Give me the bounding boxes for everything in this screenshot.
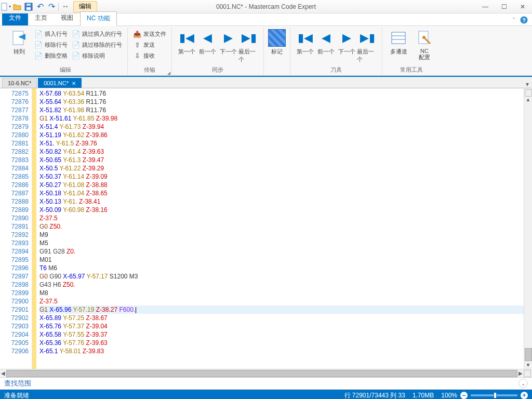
status-position: 行 72901/73443 列 33 (344, 391, 405, 400)
doc-tab-2[interactable]: 0001.NC*✕ (38, 78, 82, 88)
group-label-sync: 同步 (212, 65, 223, 75)
send-file-icon: 📤 (133, 30, 141, 38)
sync-first-button[interactable]: ▮◀第一个 (176, 29, 197, 56)
find-scope-bar[interactable]: 查找范围 ⌄ (0, 377, 532, 390)
status-ready: 准备就绪 (4, 391, 29, 400)
receive-button[interactable]: ⇩接收 (132, 51, 167, 60)
ribbon-collapse-icon[interactable]: ˇ (513, 17, 515, 24)
zoom-value: 100% (441, 392, 457, 399)
sync-last-button[interactable]: ▶▮最后一个 (238, 29, 259, 63)
code-area[interactable]: X-57.68 Y-63.54 R11.76X-55.64 Y-63.36 R1… (36, 88, 524, 369)
group-label-mark (276, 67, 277, 75)
sync-next-button[interactable]: ▶下一个 (218, 29, 238, 56)
code-editor[interactable]: 7287572876728777287872879728807288172882… (0, 88, 532, 369)
vertical-scrollbar[interactable]: ▲ ▼ (524, 88, 532, 369)
svg-point-11 (422, 36, 425, 39)
scroll-up-icon[interactable]: ▲ (526, 97, 531, 102)
remove-line-icon: 📄 (34, 41, 43, 49)
svg-rect-3 (26, 4, 31, 6)
save-button[interactable] (23, 1, 34, 12)
maximize-button[interactable]: ☐ (495, 0, 513, 14)
zoom-knob[interactable] (494, 392, 497, 398)
scroll-left-icon[interactable]: ◀ (1, 370, 5, 376)
tool-first-button[interactable]: ▮◀第一个 (295, 29, 315, 56)
qa-more-button[interactable]: ‣‣ (60, 1, 71, 12)
zoom-control[interactable]: 100% − + (441, 392, 528, 399)
zoom-slider[interactable] (471, 394, 517, 396)
goto-button[interactable]: 转到 (7, 29, 31, 56)
scroll-corner (524, 370, 531, 377)
skip-inserted-icon: 📄 (72, 30, 80, 38)
mark-button[interactable]: 标记 (268, 29, 286, 56)
prev-icon: ◀ (203, 29, 212, 47)
zoom-in-button[interactable]: + (521, 392, 528, 399)
skip-removed-icon: 📄 (72, 41, 80, 49)
sync-prev-button[interactable]: ◀前一个 (197, 29, 218, 56)
redo-button[interactable]: ↷ (46, 1, 57, 12)
remove-blank-icon: 📄 (34, 51, 43, 60)
close-icon[interactable]: ✕ (72, 81, 76, 86)
first-icon: ▮◀ (298, 29, 313, 47)
svg-text:?: ? (522, 17, 526, 23)
find-scope-label: 查找范围 (4, 379, 31, 388)
remove-line-button[interactable]: 📄移除行号 (33, 40, 69, 49)
undo-button[interactable]: ↶ (34, 1, 46, 12)
insert-line-icon: 📄 (34, 30, 43, 38)
ribbon-group-common: 多通道 NC 配置 常用工具 (382, 28, 441, 75)
tool-last-button[interactable]: ▶▮最后一个 (357, 29, 378, 63)
next-icon: ▶ (342, 29, 351, 47)
receive-icon: ⇩ (133, 51, 141, 60)
scroll-thumb[interactable] (525, 348, 532, 361)
horizontal-scrollbar[interactable]: ◀ ▶ (0, 369, 532, 377)
open-file-button[interactable] (11, 1, 23, 12)
nc-config-button[interactable]: NC 配置 (413, 29, 436, 61)
scroll-thumb-h[interactable] (6, 370, 517, 377)
doc-tabs-menu[interactable]: ▾ (523, 81, 532, 88)
group-label-edit: 编辑 (60, 65, 71, 75)
remove-blank-button[interactable]: 📄删除空格 (33, 51, 69, 60)
new-file-button[interactable]: ▾ (0, 1, 11, 12)
send-icon: ⇧ (133, 41, 141, 49)
ribbon-group-edit: 转到 📄插入行号 📄移除行号 📄删除空格 📄跳过插入的行号 📄跳过移除的行号 📄… (3, 28, 128, 75)
workspace: 10-6.NC* 0001.NC*✕ ▾ 7287572876728777287… (0, 76, 532, 377)
skip-inserted-button[interactable]: 📄跳过插入的行号 (71, 29, 123, 38)
minimize-button[interactable]: — (476, 0, 495, 14)
insert-line-button[interactable]: 📄插入行号 (33, 29, 69, 38)
svg-rect-2 (26, 7, 31, 10)
goto-label: 转到 (14, 48, 25, 56)
first-icon: ▮◀ (179, 29, 194, 47)
last-icon: ▶▮ (360, 29, 375, 47)
zoom-out-button[interactable]: − (460, 392, 468, 399)
tool-prev-button[interactable]: ◀前一个 (315, 29, 336, 56)
ribbon-panel: 转到 📄插入行号 📄移除行号 📄删除空格 📄跳过插入的行号 📄跳过移除的行号 📄… (0, 26, 532, 76)
ribbon-group-sync: ▮◀第一个 ◀前一个 ▶下一个 ▶▮最后一个 同步 (172, 28, 264, 75)
expand-icon[interactable]: ⌄ (518, 379, 528, 388)
skip-removed-button[interactable]: 📄跳过移除的行号 (71, 40, 123, 49)
group-label-tool: 刀具 (330, 65, 342, 75)
nc-config-icon (416, 29, 433, 47)
doc-tab-1[interactable]: 10-6.NC* (2, 78, 37, 88)
tool-next-button[interactable]: ▶下一个 (336, 29, 357, 56)
tab-nc-functions[interactable]: NC 功能 (80, 11, 117, 26)
scroll-split-box[interactable] (525, 89, 532, 97)
status-filesize: 1.70MB (413, 392, 434, 399)
send-file-button[interactable]: 📤发送文件 (132, 29, 167, 38)
multichannel-button[interactable]: 多通道 (387, 29, 410, 56)
goto-icon (10, 29, 28, 47)
document-tabs: 10-6.NC* 0001.NC*✕ ▾ (0, 77, 532, 88)
line-number-gutter: 7287572876728777287872879728807288172882… (0, 88, 32, 369)
send-button[interactable]: ⇧发送 (132, 40, 167, 49)
remove-comment-icon: 📄 (72, 51, 80, 60)
scroll-right-icon[interactable]: ▶ (518, 370, 523, 376)
status-bar: 准备就绪 行 72901/73443 列 33 1.70MB 100% − + (0, 390, 532, 399)
contextual-tab-edit[interactable]: 编辑 (73, 1, 97, 12)
next-icon: ▶ (224, 29, 233, 47)
help-icon[interactable]: ? (520, 16, 528, 25)
close-button[interactable]: ✕ (513, 0, 532, 14)
scroll-down-icon[interactable]: ▼ (526, 362, 531, 368)
group-label-transfer: 传输 (144, 65, 155, 75)
remove-comment-button[interactable]: 📄移除说明 (71, 51, 123, 60)
multichannel-icon (390, 29, 407, 47)
prev-icon: ◀ (322, 29, 330, 47)
dialog-launcher-icon[interactable]: ◢ (167, 71, 170, 75)
